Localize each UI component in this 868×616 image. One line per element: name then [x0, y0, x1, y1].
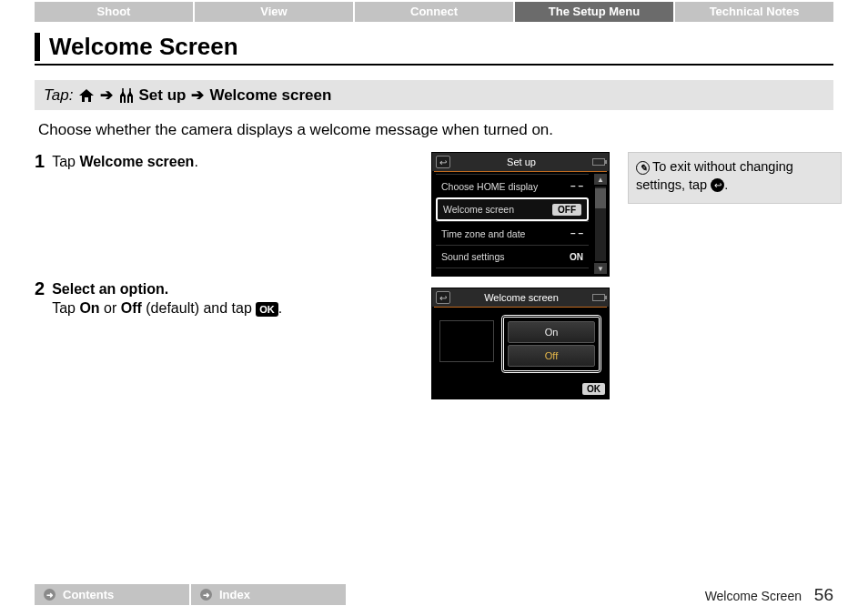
arrow-circle-icon: ➜	[200, 589, 212, 601]
breadcrumb-dest: Welcome screen	[209, 86, 331, 105]
welcome-preview	[439, 320, 494, 362]
step2-off: Off	[121, 300, 142, 316]
breadcrumb-strip: Tap: ➔ Set up ➔ Welcome screen	[35, 80, 833, 110]
camera-screen-welcome: ↩ Welcome screen On Off OK	[431, 288, 610, 399]
page-footer: ➜ Contents ➜ Index Welcome Screen 56	[35, 584, 833, 605]
arrow-icon: ➔	[100, 86, 113, 105]
scroll-up-icon[interactable]: ▲	[594, 174, 607, 185]
return-icon: ↩	[711, 178, 724, 192]
step2-on: On	[79, 300, 99, 316]
menu-row[interactable]: Sound settings ON	[436, 245, 589, 268]
screen1-title: Set up	[507, 157, 536, 167]
footer-link-contents[interactable]: ➜ Contents	[35, 584, 189, 605]
menu-row[interactable]: Choose HOME display – –	[436, 174, 589, 197]
breadcrumb-setup: Set up	[138, 86, 186, 105]
step2-after: (default) and tap	[142, 300, 256, 316]
tab-view[interactable]: View	[195, 2, 353, 22]
ok-icon: OK	[256, 302, 278, 318]
footer-link-index[interactable]: ➜ Index	[191, 584, 346, 605]
step2-mid: or	[100, 300, 121, 316]
back-icon[interactable]: ↩	[436, 156, 450, 168]
menu-row-label: Time zone and date	[441, 228, 525, 239]
back-icon[interactable]: ↩	[436, 291, 450, 304]
tip-text-b: .	[724, 177, 728, 192]
page-heading-wrap: Welcome Screen	[35, 27, 833, 66]
step2-pre: Tap	[52, 300, 79, 316]
step1-bold: Welcome screen	[79, 154, 194, 169]
menu-row-value: – –	[570, 181, 583, 191]
screen2-title: Welcome screen	[484, 292, 559, 303]
option-off[interactable]: Off	[508, 345, 595, 367]
step2-title: Select an option.	[52, 281, 168, 297]
footer-link-label: Index	[219, 588, 250, 601]
menu-row-value: – –	[570, 228, 583, 238]
tab-connect[interactable]: Connect	[355, 2, 513, 22]
footer-link-label: Contents	[63, 588, 114, 601]
tip-box: ✎To exit without changing settings, tap …	[628, 152, 842, 204]
menu-row-label: Choose HOME display	[441, 181, 538, 192]
arrow-icon: ➔	[191, 86, 204, 105]
step1-suf: .	[194, 154, 197, 169]
menu-row[interactable]: Time zone and date – –	[436, 221, 589, 245]
step-number: 2	[35, 279, 45, 318]
tab-shoot[interactable]: Shoot	[35, 2, 193, 22]
battery-icon	[592, 158, 605, 166]
ok-button[interactable]: OK	[582, 383, 605, 395]
camera-screen-setup: ↩ Set up ▲ ▼ Choose HOME display – –	[431, 152, 610, 277]
step-number: 1	[35, 152, 45, 172]
page-description: Choose whether the camera displays a wel…	[38, 121, 830, 139]
arrow-circle-icon: ➜	[44, 589, 56, 601]
step1-pre: Tap	[52, 154, 79, 169]
note-icon: ✎	[636, 161, 650, 175]
tab-setup-menu[interactable]: The Setup Menu	[515, 2, 673, 22]
step-2: 2 Select an option. Tap On or Off (defau…	[35, 279, 417, 318]
scrollbar-thumb[interactable]	[595, 188, 606, 208]
scroll-down-icon[interactable]: ▼	[594, 263, 607, 274]
menu-row-value: OFF	[552, 204, 581, 216]
top-tabs: Shoot View Connect The Setup Menu Techni…	[35, 2, 833, 22]
battery-icon	[592, 294, 605, 301]
menu-row-label: Sound settings	[441, 251, 504, 262]
home-icon	[78, 88, 95, 103]
step2-end: .	[278, 300, 282, 316]
footer-section: Welcome Screen	[705, 589, 802, 603]
page-title: Welcome Screen	[49, 33, 833, 61]
page-number: 56	[814, 585, 833, 604]
step-1: 1 Tap Welcome screen.	[35, 152, 417, 172]
tab-technical-notes[interactable]: Technical Notes	[675, 2, 833, 22]
menu-row-value: ON	[570, 252, 583, 262]
menu-row-label: Welcome screen	[443, 204, 514, 215]
option-group: On Off	[501, 315, 601, 373]
option-on[interactable]: On	[508, 321, 595, 343]
wrench-icon	[118, 88, 133, 103]
tap-label: Tap:	[44, 86, 73, 105]
menu-row-selected[interactable]: Welcome screen OFF	[436, 197, 589, 221]
